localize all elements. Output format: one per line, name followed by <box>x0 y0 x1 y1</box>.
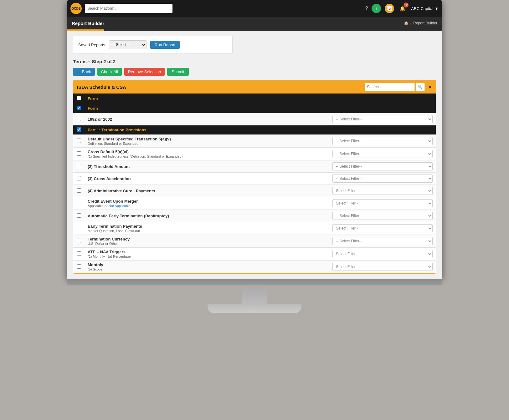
help-icon[interactable]: ? <box>365 6 368 11</box>
row-checkbox-cell[interactable] <box>73 173 85 185</box>
home-icon[interactable]: 🏠 <box>404 21 409 25</box>
row-checkbox-cell[interactable] <box>73 210 85 222</box>
table-row: Termination Currency U.S. Dollar or Othe… <box>73 235 436 248</box>
table-row: Monthly (b) Scope Select Filler - <box>73 261 436 273</box>
section-header-label: Part 1: Termination Provisions <box>85 125 436 135</box>
table-row: Early Termination Payments Market Quotat… <box>73 222 436 235</box>
row-checkbox[interactable] <box>77 226 81 230</box>
row-checkbox[interactable] <box>77 239 81 243</box>
filter-select[interactable]: -- Select Filter-- <box>332 150 433 158</box>
row-checkbox[interactable] <box>77 201 81 205</box>
filter-column-header <box>329 94 436 104</box>
row-filter-cell[interactable]: -- Select Filter-- <box>329 148 436 160</box>
section-checkbox-cell[interactable] <box>73 104 85 113</box>
table-row: Credit Event Upon Merger Applicable or N… <box>73 197 436 210</box>
filter-select[interactable]: Select Filler - <box>332 187 433 195</box>
row-checkbox[interactable] <box>77 251 81 256</box>
chevron-down-icon: ▼ <box>434 6 439 11</box>
notifications[interactable]: 🔔 22 <box>398 4 407 13</box>
saved-reports-select[interactable]: -- Select -- <box>109 40 147 49</box>
monitor-bezel <box>67 279 442 285</box>
page-title: Report Builder <box>72 21 104 26</box>
row-checkbox-cell[interactable] <box>73 197 85 210</box>
table-row: Automatic Early Termination (Bankruptcy)… <box>73 210 436 222</box>
table-row: Form <box>73 104 436 113</box>
row-filter-cell[interactable]: -- Select Filter-- <box>329 135 436 148</box>
row-filter-cell[interactable]: Select Filler - <box>329 185 436 197</box>
table-header-row: Form <box>73 94 436 104</box>
isda-search-input[interactable] <box>365 83 415 91</box>
row-filter-cell[interactable]: Select Filler - <box>329 248 436 261</box>
row-filter-cell[interactable]: -- Select Filter-- <box>329 173 436 185</box>
row-checkbox[interactable] <box>77 213 81 218</box>
row-filter-cell[interactable]: Select Filler - <box>329 222 436 235</box>
row-checkbox[interactable] <box>77 151 81 156</box>
back-button[interactable]: ← Back <box>73 68 95 76</box>
row-checkbox[interactable] <box>77 176 81 180</box>
row-checkbox[interactable] <box>77 117 81 121</box>
search-input[interactable] <box>85 4 172 13</box>
filter-select[interactable]: Select Filler - <box>332 199 433 207</box>
row-checkbox[interactable] <box>77 164 81 168</box>
table-row: Default Under Specified Transaction 5(a)… <box>73 135 436 148</box>
company-selector[interactable]: ABC Capital ▼ <box>411 6 439 11</box>
row-filter-cell[interactable]: -- Select Filter-- <box>329 210 436 222</box>
topbar: OODS ? ↑ 📈 🔔 22 ABC Capital ▼ <box>67 0 442 17</box>
section-checkbox[interactable] <box>77 127 81 132</box>
step-title: Terms – Step 2 of 2 <box>73 59 436 64</box>
row-checkbox-cell[interactable] <box>73 222 85 235</box>
run-report-button[interactable]: Run Report <box>150 41 180 49</box>
row-label-cell: Automatic Early Termination (Bankruptcy) <box>85 210 329 222</box>
isda-search-button[interactable]: 🔍 <box>416 83 425 91</box>
row-checkbox[interactable] <box>77 188 81 193</box>
row-checkbox-cell[interactable] <box>73 113 85 125</box>
section-checkbox[interactable] <box>77 106 81 110</box>
row-filter-cell[interactable]: -- Select Filter-- <box>329 160 436 173</box>
filter-select[interactable]: Select Filler - <box>332 263 433 271</box>
select-all-checkbox[interactable] <box>77 96 81 100</box>
row-checkbox[interactable] <box>77 139 81 143</box>
filter-select[interactable]: Select Filler - <box>332 250 433 258</box>
row-checkbox-cell[interactable] <box>73 235 85 248</box>
row-label-cell: Cross Default 5(a)(vi) (1) Specified Ind… <box>85 148 329 160</box>
section-checkbox-cell[interactable] <box>73 125 85 135</box>
breadcrumb-separator: / <box>410 21 411 25</box>
form-column-header: Form <box>85 94 329 104</box>
action-buttons: ← Back Check All Remove Selection Submit <box>73 68 436 76</box>
remove-selection-button[interactable]: Remove Selection <box>124 68 165 76</box>
table-row: Cross Default 5(a)(vi) (1) Specified Ind… <box>73 148 436 160</box>
filter-select[interactable]: -- Select Filter-- <box>332 175 433 183</box>
upload-icon[interactable]: ↑ <box>372 4 381 13</box>
row-checkbox-cell[interactable] <box>73 185 85 197</box>
chart-icon[interactable]: 📈 <box>385 4 394 13</box>
filter-select[interactable]: -- Select Filter-- <box>332 137 433 145</box>
notification-badge: 22 <box>404 3 409 8</box>
row-checkbox-cell[interactable] <box>73 261 85 273</box>
row-label-cell: (4) Administrative Cure - Payments <box>85 185 329 197</box>
filter-select[interactable]: -- Select Filter-- <box>332 212 433 220</box>
row-checkbox[interactable] <box>77 264 81 269</box>
check-all-button[interactable]: Check All <box>97 68 122 76</box>
submit-button[interactable]: Submit <box>167 68 188 76</box>
checkbox-header[interactable] <box>73 94 85 104</box>
filter-select[interactable]: -- Select Filter-- <box>332 162 433 170</box>
isda-close-button[interactable]: ✕ <box>428 84 432 90</box>
filter-select[interactable]: -- Select Filter-- <box>332 115 433 123</box>
row-checkbox-cell[interactable] <box>73 248 85 261</box>
row-checkbox-cell[interactable] <box>73 160 85 173</box>
row-filter-cell[interactable]: -- Select Filter-- <box>329 113 436 125</box>
table-row: 1992 or 2002 -- Select Filter-- <box>73 113 436 125</box>
page-titlebar: Report Builder 🏠 / Report Builder <box>67 17 442 29</box>
logo: OODS <box>70 3 82 14</box>
filter-select[interactable]: Select Filler - <box>332 224 433 232</box>
row-label-cell: Early Termination Payments Market Quotat… <box>85 222 329 235</box>
saved-reports-label: Saved Reports <box>78 43 105 47</box>
monitor-base <box>208 304 301 313</box>
row-filter-cell[interactable]: Select Filler - <box>329 261 436 273</box>
row-filter-cell[interactable]: -- Select Filter-- <box>329 235 436 248</box>
table-row: (2) Threshold Amount -- Select Filter-- <box>73 160 436 173</box>
row-checkbox-cell[interactable] <box>73 148 85 160</box>
filter-select[interactable]: -- Select Filter-- <box>332 237 433 245</box>
row-checkbox-cell[interactable] <box>73 135 85 148</box>
row-filter-cell[interactable]: Select Filler - <box>329 197 436 210</box>
